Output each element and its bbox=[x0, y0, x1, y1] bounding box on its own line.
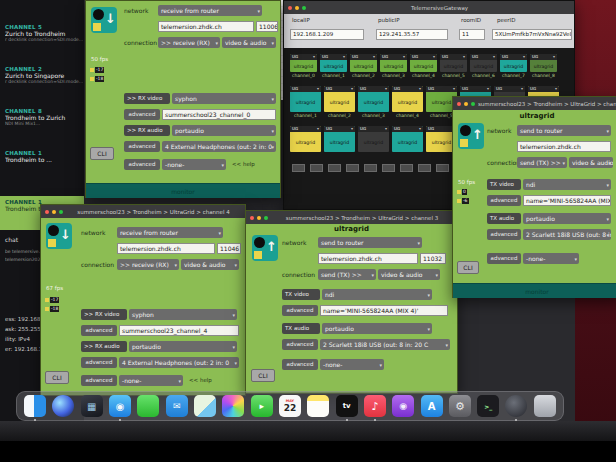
advanced-button[interactable]: advanced bbox=[124, 109, 160, 120]
zoom-button[interactable] bbox=[471, 102, 475, 106]
server-host-field[interactable]: telemersion.zhdk.ch bbox=[318, 253, 418, 264]
advanced-button[interactable]: advanced bbox=[124, 159, 160, 170]
zoom-button[interactable] bbox=[59, 210, 63, 214]
close-button[interactable] bbox=[45, 210, 49, 214]
gateway-channel-module[interactable]: UGultragridchannel_8 bbox=[530, 54, 557, 79]
gateway-channel-module[interactable]: UGultragrid bbox=[358, 126, 389, 159]
ultragrid-module-tile[interactable]: UGultragrid bbox=[290, 54, 317, 72]
audio-device-dropdown[interactable]: 2 Scarlett 18i8 USB (out: 8 in: 20 C bbox=[320, 339, 450, 350]
minimize-button[interactable] bbox=[295, 6, 299, 10]
dock-icon-tv[interactable] bbox=[336, 395, 358, 417]
media-mode-dropdown[interactable]: video & audio bbox=[569, 157, 613, 168]
dock-icon-podcasts[interactable] bbox=[392, 395, 414, 417]
video-protocol-dropdown[interactable]: ndi bbox=[523, 179, 611, 190]
advanced-button[interactable]: advanced bbox=[81, 357, 117, 368]
port-field[interactable]: 11046 bbox=[217, 243, 241, 254]
advanced-button[interactable]: advanced bbox=[282, 359, 318, 370]
close-button[interactable] bbox=[457, 102, 461, 106]
publicip-field[interactable]: 129.241.35.57 bbox=[376, 29, 448, 40]
video-channel-field[interactable]: summerschool23_channel_4 bbox=[119, 325, 239, 336]
server-host-field[interactable]: telemersion.zhdk.ch bbox=[517, 141, 611, 152]
dock-icon-max[interactable] bbox=[505, 395, 527, 417]
network-mode-dropdown[interactable]: send to router bbox=[318, 237, 422, 248]
gateway-channel-module[interactable]: UGultragridchannel_4 bbox=[410, 54, 437, 79]
gateway-channel-module[interactable]: UGultragridchannel_7 bbox=[500, 54, 527, 79]
server-host-field[interactable]: telemersion.zhdk.ch bbox=[158, 21, 254, 32]
port-field[interactable]: 11006 bbox=[256, 21, 278, 32]
cli-button[interactable]: CLI bbox=[457, 261, 479, 274]
channel-list-item[interactable]: CHANNEL 1Trondheim to ... bbox=[5, 150, 83, 163]
audio-protocol-dropdown[interactable]: portaudio bbox=[129, 341, 237, 352]
media-mode-dropdown[interactable]: video & audio bbox=[378, 269, 440, 280]
ultragrid-module-tile[interactable]: UGultragrid bbox=[392, 86, 423, 112]
audio-protocol-dropdown[interactable]: portaudio bbox=[523, 213, 611, 224]
ultragrid-module-tile[interactable]: UGultragrid bbox=[500, 54, 527, 72]
dock-icon-mail[interactable] bbox=[166, 395, 188, 417]
window-titlebar[interactable]: summerschool23 > Trondheim > UltraGrid >… bbox=[453, 97, 616, 110]
ultragrid-module-tile[interactable]: UGultragrid bbox=[324, 86, 355, 112]
monitor-button[interactable]: monitor bbox=[86, 183, 280, 198]
gateway-channel-module[interactable]: UGultragridchannel_1 bbox=[320, 54, 347, 79]
extra-option-dropdown[interactable]: -none- bbox=[162, 159, 226, 170]
ultragrid-module-tile[interactable]: UGultragrid bbox=[470, 54, 497, 72]
audio-protocol-dropdown[interactable]: portaudio bbox=[322, 323, 432, 334]
gateway-channel-module[interactable]: UGultragridchannel_0 bbox=[290, 54, 317, 79]
audio-device-dropdown[interactable]: 4 External Headphones (out: 2 in: 0 bbox=[162, 141, 276, 152]
dock-icon-launchpad[interactable] bbox=[81, 395, 103, 417]
advanced-button[interactable]: advanced bbox=[124, 141, 160, 152]
audio-device-dropdown[interactable]: 2 Scarlett 18i8 USB (out: 8 in: 2 bbox=[523, 229, 611, 240]
window-titlebar[interactable]: TelemersiveGateway bbox=[284, 1, 574, 14]
dock-icon-settings[interactable] bbox=[449, 395, 471, 417]
minimize-button[interactable] bbox=[464, 102, 468, 106]
channel-list-item[interactable]: CHANNEL 5Zurich to Trondheimr decklink c… bbox=[5, 24, 83, 42]
device-name-field[interactable]: name='MINI-565824AA (MIX 4)' bbox=[320, 305, 448, 316]
dock-icon-calendar[interactable]: MAY22 bbox=[279, 395, 301, 417]
gateway-channel-module[interactable]: UGultragridchannel_6 bbox=[470, 54, 497, 79]
advanced-button[interactable]: advanced bbox=[487, 253, 521, 264]
ultragrid-module-tile[interactable]: UGultragrid bbox=[530, 54, 557, 72]
channel-list-item[interactable]: CHANNEL 2Zurich to Singaporer decklink c… bbox=[5, 66, 83, 84]
advanced-button[interactable]: advanced bbox=[282, 339, 318, 350]
gateway-channel-module[interactable]: UGultragridchannel_2 bbox=[324, 86, 355, 119]
dock-icon-maps[interactable] bbox=[194, 395, 216, 417]
advanced-button[interactable]: advanced bbox=[81, 375, 117, 386]
ultragrid-module-tile[interactable]: UGultragrid bbox=[358, 126, 389, 152]
minimize-button[interactable] bbox=[257, 216, 261, 220]
channel-list-item[interactable]: CHANNEL 8Trondheim to ZurichNDI Mini Mix… bbox=[5, 108, 83, 126]
monitor-button[interactable]: monitor bbox=[453, 283, 616, 298]
connection-mode-dropdown[interactable]: send (TX) >> bbox=[318, 269, 376, 280]
gateway-channel-module[interactable]: UGultragridchannel_1 bbox=[290, 86, 321, 119]
advanced-button[interactable]: advanced bbox=[81, 325, 117, 336]
dock-icon-notes[interactable] bbox=[307, 395, 329, 417]
media-mode-dropdown[interactable]: video & audio bbox=[222, 37, 276, 48]
dock-icon-facetime[interactable] bbox=[251, 395, 273, 417]
connection-mode-dropdown[interactable]: >> receive (RX) bbox=[158, 37, 220, 48]
cli-button[interactable]: CLI bbox=[90, 147, 114, 160]
localip-field[interactable]: 192.168.1.209 bbox=[290, 29, 364, 40]
dock-icon-finder[interactable] bbox=[24, 395, 46, 417]
zoom-button[interactable] bbox=[264, 216, 268, 220]
dock-icon-siri[interactable] bbox=[52, 395, 74, 417]
advanced-button[interactable]: advanced bbox=[487, 195, 521, 206]
roomid-field[interactable]: 11 bbox=[459, 29, 485, 40]
zoom-button[interactable] bbox=[302, 6, 306, 10]
media-mode-dropdown[interactable]: video & audio bbox=[181, 259, 239, 270]
extra-option-dropdown[interactable]: -none- bbox=[523, 253, 579, 264]
audio-protocol-dropdown[interactable]: portaudio bbox=[172, 125, 276, 136]
ultragrid-module-tile[interactable]: UGultragrid bbox=[410, 54, 437, 72]
advanced-button[interactable]: advanced bbox=[487, 229, 521, 240]
ultragrid-module-tile[interactable]: UGultragrid bbox=[290, 126, 321, 152]
connection-mode-dropdown[interactable]: send (TX) >> bbox=[517, 157, 567, 168]
video-protocol-dropdown[interactable]: syphon bbox=[129, 309, 237, 320]
network-mode-dropdown[interactable]: receive from router bbox=[117, 227, 223, 238]
ultragrid-module-tile[interactable]: UGultragrid bbox=[320, 54, 347, 72]
dock-icon-trash[interactable] bbox=[534, 395, 556, 417]
close-button[interactable] bbox=[250, 216, 254, 220]
ultragrid-module-tile[interactable]: UGultragrid bbox=[440, 54, 467, 72]
ultragrid-module-tile[interactable]: UGultragrid bbox=[358, 86, 389, 112]
network-mode-dropdown[interactable]: receive from router bbox=[158, 5, 262, 16]
dock-icon-safari[interactable] bbox=[109, 395, 131, 417]
video-protocol-dropdown[interactable]: syphon bbox=[172, 93, 276, 104]
gateway-channel-module[interactable]: UGultragridchannel_3 bbox=[358, 86, 389, 119]
port-field[interactable]: 11032 bbox=[420, 253, 446, 264]
